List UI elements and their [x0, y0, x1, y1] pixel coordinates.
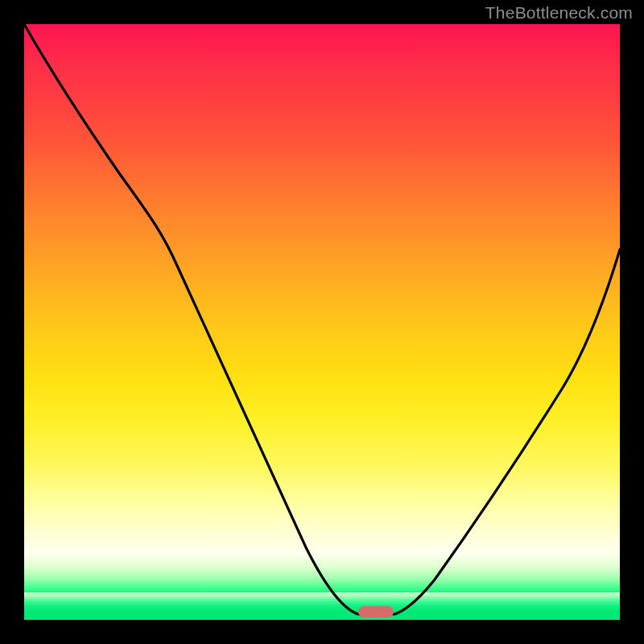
bottleneck-curve: [24, 24, 620, 620]
optimum-marker: [358, 606, 394, 617]
watermark-text: TheBottleneck.com: [485, 3, 633, 23]
curve-path: [24, 24, 620, 614]
plot-area: [24, 24, 620, 620]
chart-frame: TheBottleneck.com: [0, 0, 644, 644]
